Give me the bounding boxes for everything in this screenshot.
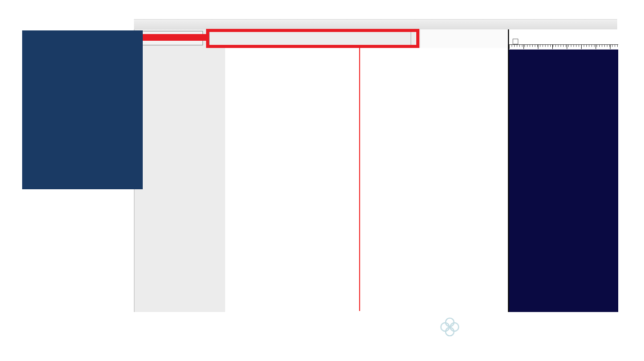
annotation-overlay-panel — [22, 30, 143, 189]
annotation-red-rectangle — [206, 29, 419, 48]
chart-plot-background — [225, 48, 507, 312]
toolbar-spacer — [420, 29, 507, 48]
trend-cursor-line[interactable] — [359, 48, 360, 311]
ecg-strip-panel — [508, 29, 618, 312]
annotation-red-band — [143, 34, 208, 41]
ecg-strips-area[interactable] — [509, 50, 618, 312]
v-bigeminy-checkbox[interactable] — [513, 39, 518, 44]
watermark — [435, 315, 621, 339]
tiger-medical-logo-icon — [439, 317, 460, 337]
